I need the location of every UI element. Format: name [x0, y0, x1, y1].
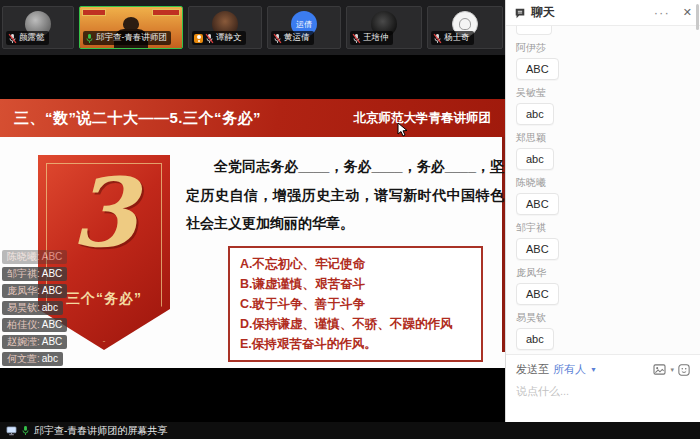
- mic-muted-icon: [8, 33, 17, 44]
- chat-message: 庞凤华 ABC: [516, 266, 690, 305]
- sender-name: 吴敏莹: [516, 86, 690, 100]
- chat-title: 聊天: [531, 4, 555, 21]
- option-e: E.保持艰苦奋斗的作风。: [240, 334, 471, 354]
- chat-message: 阿伊莎 ABC: [516, 41, 690, 80]
- sender-name: 陈晓曦: [516, 176, 690, 190]
- participant-name: 黄运倩: [284, 32, 310, 44]
- sender-name: 邹宇祺: [516, 221, 690, 235]
- meeting-window: 颜露懿 邱宇查-青春讲师团: [0, 0, 700, 439]
- sender-name: 郑思颖: [516, 131, 690, 145]
- participant-name: 邱宇查-青春讲师团: [96, 32, 167, 44]
- chat-message: 吴敏莹 abc: [516, 86, 690, 125]
- slide-org-label: 北京师范大学青春讲师团: [354, 110, 492, 127]
- slide-title-bar: 三、“数”说二十大——5.三个“务必” 北京师范大学青春讲师团: [0, 99, 505, 137]
- scrolled-message-bubble: [516, 26, 552, 35]
- slide-title: 三、“数”说二十大——5.三个“务必”: [14, 109, 261, 128]
- message-bubble: abc: [516, 103, 554, 125]
- main-stage: 颜露懿 邱宇查-青春讲师团: [0, 0, 505, 439]
- participant-name: 颜露懿: [19, 32, 45, 44]
- video-banner-right: [152, 9, 180, 16]
- chat-message: 邹宇祺 ABC: [516, 221, 690, 260]
- pennant-number: 3: [38, 165, 170, 260]
- overlay-message: 陈晓曦:ABC: [2, 250, 67, 264]
- mouse-cursor-icon: [397, 122, 409, 138]
- message-bubble: ABC: [516, 58, 559, 80]
- overlay-message: 庞凤华:ABC: [2, 284, 67, 298]
- mic-on-icon: [21, 425, 30, 436]
- participant-tile[interactable]: 运倩 黄运倩: [267, 6, 341, 49]
- participant-tile[interactable]: 颜露懿: [2, 6, 74, 49]
- sender-name: 庞凤华: [516, 266, 690, 280]
- mic-muted-icon: [352, 33, 361, 44]
- video-banner-left: [82, 9, 106, 16]
- message-bubble: ABC: [516, 193, 559, 215]
- avatar-initials: 运倩: [296, 19, 312, 30]
- overlay-message: 柏佳仪:ABC: [2, 318, 67, 332]
- participant-name: 谭静文: [216, 32, 242, 44]
- screen-share-bar: 邱宇查-青春讲师团的屏幕共享: [0, 422, 700, 439]
- participant-tile[interactable]: 杨士奇: [427, 6, 503, 49]
- message-bubble: abc: [516, 328, 554, 350]
- sender-name: 易昊钦: [516, 311, 690, 325]
- send-to-label: 发送至: [516, 362, 549, 377]
- chat-message: 郑思颖 abc: [516, 131, 690, 170]
- message-bubble: ABC: [516, 238, 559, 260]
- mic-muted-icon: [205, 33, 214, 44]
- options-box: A.不忘初心、牢记使命 B.谦虚谨慎、艰苦奋斗 C.敢于斗争、善于斗争 D.保持…: [228, 246, 483, 362]
- chat-panel: 聊天 ··· ✕ 阿伊莎 ABC 吴敏莹 abc 郑思颖 abc 陈晓曦 ABC: [505, 0, 700, 439]
- emoji-icon[interactable]: [678, 364, 690, 376]
- chat-input[interactable]: [516, 385, 690, 397]
- option-a: A.不忘初心、牢记使命: [240, 254, 471, 274]
- chat-overlay: 陈晓曦:ABC 邹宇祺:ABC 庞凤华:ABC 易昊钦:abc 柏佳仪:ABC …: [2, 250, 67, 366]
- participant-name: 杨士奇: [444, 32, 470, 44]
- overlay-message: 赵婉滢:ABC: [2, 335, 67, 349]
- host-badge-icon: [194, 34, 203, 43]
- option-d: D.保持谦虚、谨慎、不骄、不躁的作风: [240, 314, 471, 334]
- participant-tile-active-speaker[interactable]: 邱宇查-青春讲师团: [79, 6, 183, 49]
- option-b: B.谦虚谨慎、艰苦奋斗: [240, 274, 471, 294]
- send-to-dropdown[interactable]: 所有人: [553, 362, 586, 377]
- chat-message: 易昊钦 abc: [516, 311, 690, 350]
- participant-name: 王培仲: [363, 32, 389, 44]
- chat-bubble-icon: [514, 7, 526, 19]
- participant-tile[interactable]: 谭静文: [188, 6, 262, 49]
- chat-scrollbar[interactable]: [696, 4, 699, 30]
- overlay-message: 何文萱:abc: [2, 352, 63, 366]
- image-icon[interactable]: [653, 364, 666, 375]
- participant-tile[interactable]: 王培仲: [346, 6, 422, 49]
- monitor-icon: [6, 426, 17, 436]
- option-c: C.敢于斗争、善于斗争: [240, 294, 471, 314]
- overlay-message: 易昊钦:abc: [2, 301, 63, 315]
- share-status-text: 邱宇查-青春讲师团的屏幕共享: [34, 424, 167, 438]
- mic-on-icon: [85, 33, 94, 44]
- chat-message: 陈晓曦 ABC: [516, 176, 690, 215]
- participant-strip: 颜露懿 邱宇查-青春讲师团: [0, 0, 505, 55]
- chat-header: 聊天 ··· ✕: [506, 0, 700, 26]
- close-icon[interactable]: ✕: [683, 6, 692, 19]
- slide-body-text: 全党同志务必____，务必____，务必____，坚定历史自信，增强历史主动，谱…: [186, 152, 504, 238]
- mic-muted-icon: [433, 33, 442, 44]
- mic-muted-icon: [273, 33, 282, 44]
- chevron-down-icon[interactable]: ▾: [670, 366, 674, 374]
- sender-name: 阿伊莎: [516, 41, 690, 55]
- chevron-down-icon[interactable]: ▼: [590, 366, 597, 373]
- message-bubble: abc: [516, 148, 554, 170]
- message-bubble: ABC: [516, 283, 559, 305]
- more-options-icon[interactable]: ···: [654, 5, 670, 20]
- overlay-message: 邹宇祺:ABC: [2, 267, 67, 281]
